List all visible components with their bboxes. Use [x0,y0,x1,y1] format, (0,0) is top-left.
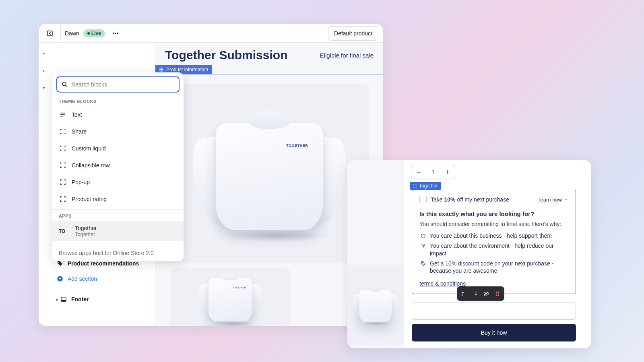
editor-topbar: Dawn Live Default product [39,24,383,43]
svg-point-3 [117,33,118,33]
svg-point-2 [115,33,116,33]
learn-how-link[interactable]: learn how [539,197,568,203]
theme-blocks-heading: THEME BLOCKS [52,97,184,106]
exit-icon [46,30,54,37]
caret-down-icon: ▾ [43,85,45,90]
divider [60,24,61,43]
block-label: Collapsible row [72,162,110,169]
reason-item: Get a 10% discount code on your next pur… [419,260,568,275]
plant-icon [420,243,426,249]
reason-text: You care about this business - help supp… [430,232,552,240]
qty-decrease-button[interactable]: − [411,165,426,179]
svg-rect-0 [47,31,52,36]
block-item-text[interactable]: Text [52,106,184,123]
divider [49,289,155,289]
browse-apps-link[interactable]: Browse apps built for Online Store 2.0 [52,245,184,261]
svg-rect-11 [160,70,161,72]
frame-icon [413,184,417,188]
eligible-link[interactable]: Eligible for final sale [320,52,374,59]
search-blocks-input[interactable] [56,76,180,93]
svg-rect-9 [160,68,161,70]
add-section-label: Add section [68,276,97,282]
left-rail: ▸ ▸ ▾ [39,43,49,326]
svg-point-1 [113,33,114,33]
product-recs-label: Product recommendations [68,260,139,267]
together-widget: Take 10% off my next purchase learn how … [412,190,576,294]
section-icon [159,67,164,72]
block-item-share[interactable]: Share [52,123,184,140]
move-up-button[interactable] [458,289,469,298]
block-label: Pop-up [72,179,90,185]
frame-icon [59,128,66,135]
caret-icon: ▸ [43,51,45,56]
caret-icon: ▸ [43,68,45,73]
divider [52,243,184,243]
footer-label: Footer [71,296,89,302]
svg-point-5 [58,262,59,263]
frame-icon [59,179,66,186]
add-section-button[interactable]: Add section [49,271,155,286]
hide-button[interactable] [481,289,491,298]
product-image-thumb: TOGETHER [170,268,291,326]
divider [52,209,184,210]
buy-now-button[interactable]: Buy it now [412,324,576,341]
chevron-up-icon [564,197,568,202]
theme-name: Dawn [65,30,79,37]
live-badge: Live [83,29,105,37]
storefront-preview-window: − 1 + Together Take 10% off my next purc… [347,160,591,348]
reason-text: Get a 10% discount code on your next pur… [430,260,568,275]
widget-body: You should consider committing to final … [419,220,568,228]
discount-icon [420,261,426,267]
svg-rect-12 [162,70,163,72]
svg-point-14 [422,262,423,263]
search-field[interactable] [72,81,175,88]
plus-circle-icon [56,275,64,282]
more-button[interactable] [109,27,122,40]
block-item-collapsible-row[interactable]: Collapsible row [52,157,184,174]
frame-icon [59,195,66,203]
footer-icon [60,296,67,303]
offer-checkbox[interactable] [419,196,427,203]
app-title: Together [75,225,97,231]
sidebar-item-footer[interactable]: ▸ Footer [49,292,155,307]
svg-rect-10 [162,68,163,70]
qty-increase-button[interactable]: + [440,165,455,179]
frame-icon [59,162,66,169]
qty-value: 1 [426,169,440,175]
app-block-tag[interactable]: Together [410,182,441,190]
move-down-button[interactable] [470,289,480,298]
page-title: Together Submission [165,48,287,62]
terms-link[interactable]: terms & conditions [419,280,466,287]
dots-icon [112,30,119,37]
widget-heading: Is this exactly what you are looking for… [419,210,568,217]
apps-heading: APPS [52,211,184,221]
reason-item: You care about this business - help supp… [419,232,568,240]
product-image-main: TOGETHER [170,84,369,263]
exit-button[interactable] [43,27,56,40]
block-picker-popup: THEME BLOCKS Text Share Custom liquid Co… [52,72,184,261]
product-brand-label: TOGETHER [286,144,308,148]
preview-thumb [347,265,404,345]
caret-icon: ▸ [56,297,58,302]
block-label: Share [72,128,87,135]
block-action-toolbar [457,286,504,301]
add-to-cart-button[interactable] [412,302,576,320]
reason-item: You care about the environment - help re… [419,242,568,257]
app-badge: TO [59,228,70,234]
section-tag-label: Product information [166,67,208,72]
app-item-together[interactable]: TO Together Together [52,221,184,241]
delete-button[interactable] [492,289,503,298]
block-item-popup[interactable]: Pop-up [52,174,184,191]
block-label: Text [72,111,82,118]
block-label: Product rating [72,196,107,202]
template-select[interactable]: Default product [328,26,378,41]
block-item-product-rating[interactable]: Product rating [52,191,184,208]
text-icon [59,111,66,118]
offer-text: Take 10% off my next purchase [431,196,535,203]
block-item-custom-liquid[interactable]: Custom liquid [52,140,184,157]
block-label: Custom liquid [72,145,106,152]
app-block-tag-label: Together [419,183,438,189]
frame-icon [59,145,66,152]
app-subtitle: Together [75,231,97,237]
reason-text: You care about the environment - help re… [430,242,568,257]
